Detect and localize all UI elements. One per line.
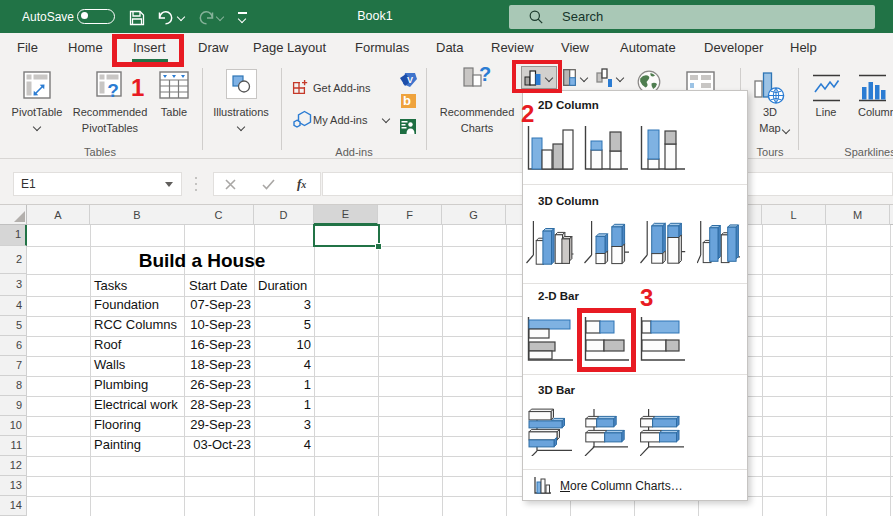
svg-text:V: V <box>407 75 413 85</box>
svg-text:?: ? <box>107 80 119 99</box>
